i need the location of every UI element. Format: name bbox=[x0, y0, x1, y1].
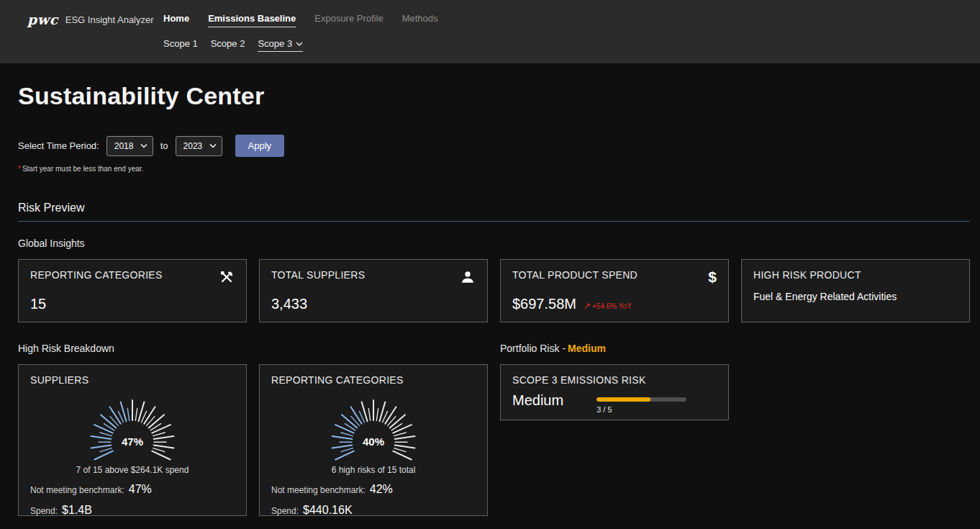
trend-text: +54.6% YoY bbox=[592, 302, 632, 310]
scope3-progress: 3 / 5 bbox=[596, 397, 686, 414]
main-nav: Home Emissions Baseline Exposure Profile… bbox=[163, 13, 438, 27]
card-title: TOTAL PRODUCT SPEND bbox=[512, 269, 638, 281]
card-value: Fuel & Energy Related Activities bbox=[753, 291, 958, 302]
nav-block: Home Emissions Baseline Exposure Profile… bbox=[163, 13, 438, 52]
card-value: 3,433 bbox=[271, 296, 476, 312]
card-title: SUPPLIERS bbox=[30, 374, 235, 386]
card-title: SCOPE 3 EMISSIONS RISK bbox=[512, 374, 717, 386]
scope3-risk-value: Medium bbox=[512, 392, 563, 409]
spend-stat: Spend: $1.4B bbox=[30, 504, 235, 517]
summary-cards-row: REPORTING CATEGORIES 15 TOTAL SUPPLIERS bbox=[18, 259, 970, 322]
validation-message: *Start year must be less than end year. bbox=[18, 165, 970, 173]
global-insights-label: Global Insights bbox=[18, 238, 970, 249]
top-nav-bar: pwc ESG Insight Analyzer Home Emissions … bbox=[0, 0, 980, 63]
breakdown-cards-row: SUPPLIERS 47% 7 of 15 above $264.1K spen… bbox=[18, 364, 970, 516]
benchmark-value: 42% bbox=[370, 483, 393, 496]
card-title: HIGH RISK PRODUCT bbox=[753, 269, 861, 281]
end-year-select-wrap: 2023 bbox=[176, 136, 222, 156]
gauge-subtitle: 7 of 15 above $264.1K spend bbox=[30, 465, 235, 475]
gauge-percent: 47% bbox=[53, 435, 212, 448]
portfolio-risk: Portfolio Risk -Medium bbox=[500, 343, 729, 354]
risk-preview-heading: Risk Preview bbox=[18, 202, 970, 222]
start-year-select-wrap: 2018 bbox=[106, 136, 153, 156]
suppliers-gauge: 47% bbox=[53, 386, 212, 465]
brand: pwc ESG Insight Analyzer bbox=[27, 12, 163, 27]
gauge-chart bbox=[294, 386, 453, 462]
scope3-progress-fill bbox=[596, 397, 650, 402]
scope-sub-nav: Scope 1 Scope 2 Scope 3 bbox=[163, 38, 438, 52]
app-title: ESG Insight Analyzer bbox=[65, 14, 154, 25]
person-icon bbox=[460, 269, 476, 287]
card-value: $697.58M bbox=[512, 296, 576, 312]
time-period-label: Select Time Period: bbox=[18, 140, 99, 151]
pwc-logo: pwc bbox=[27, 12, 58, 27]
breakdown-header-row: High Risk Breakdown Portfolio Risk -Medi… bbox=[18, 343, 970, 354]
end-year-select[interactable]: 2023 bbox=[176, 136, 222, 156]
benchmark-stat: Not meeting benchmark: 47% bbox=[30, 483, 235, 496]
yoy-trend: ↗+54.6% YoY bbox=[584, 301, 632, 311]
card-suppliers-gauge: SUPPLIERS 47% 7 of 15 above $264.1K spen… bbox=[18, 364, 247, 516]
card-total-product-spend: TOTAL PRODUCT SPEND $ $697.58M ↗+54.6% Y… bbox=[500, 259, 729, 322]
gauge-subtitle: 6 high risks of 15 total bbox=[271, 465, 476, 475]
nav-item-scope-2[interactable]: Scope 2 bbox=[211, 38, 245, 49]
nav-item-scope-1[interactable]: Scope 1 bbox=[163, 38, 198, 49]
dollar-icon: $ bbox=[708, 269, 717, 284]
nav-item-emissions-baseline[interactable]: Emissions Baseline bbox=[208, 13, 296, 27]
spend-label: Spend: bbox=[30, 506, 58, 516]
benchmark-label: Not meeting benchmark: bbox=[271, 485, 366, 495]
spend-value: $1.4B bbox=[62, 504, 92, 517]
benchmark-stat: Not meeting benchmark: 42% bbox=[271, 483, 476, 496]
portfolio-risk-label: Portfolio Risk - bbox=[500, 343, 566, 354]
high-risk-breakdown-label: High Risk Breakdown bbox=[18, 343, 488, 354]
chevron-down-icon bbox=[296, 42, 303, 47]
start-year-select[interactable]: 2018 bbox=[106, 136, 153, 156]
benchmark-label: Not meeting benchmark: bbox=[30, 485, 124, 495]
card-high-risk-product: HIGH RISK PRODUCT Fuel & Energy Related … bbox=[741, 259, 970, 322]
gauge-chart bbox=[53, 386, 212, 462]
nav-item-scope-3[interactable]: Scope 3 bbox=[258, 38, 303, 52]
tools-icon bbox=[219, 269, 235, 287]
card-title: REPORTING CATEGORIES bbox=[30, 269, 163, 281]
portfolio-risk-value: Medium bbox=[568, 343, 606, 354]
to-label: to bbox=[160, 140, 168, 151]
gauge-percent: 40% bbox=[294, 435, 453, 448]
nav-item-exposure-profile[interactable]: Exposure Profile bbox=[314, 13, 383, 24]
card-scope3-emissions-risk: SCOPE 3 EMISSIONS RISK Medium 3 / 5 bbox=[500, 364, 729, 420]
card-title: REPORTING CATEGORIES bbox=[271, 374, 476, 386]
spend-value: $440.16K bbox=[303, 504, 353, 517]
required-asterisk: * bbox=[18, 165, 21, 173]
card-reporting-categories: REPORTING CATEGORIES 15 bbox=[18, 259, 247, 322]
benchmark-value: 47% bbox=[129, 483, 152, 496]
spend-stat: Spend: $440.16K bbox=[271, 504, 476, 517]
card-total-suppliers: TOTAL SUPPLIERS 3,433 bbox=[259, 259, 488, 322]
apply-button[interactable]: Apply bbox=[235, 135, 285, 157]
card-title: TOTAL SUPPLIERS bbox=[271, 269, 365, 281]
scope3-progress-track bbox=[596, 397, 686, 402]
scope3-score-label: 3 / 5 bbox=[596, 405, 686, 414]
trend-up-icon: ↗ bbox=[584, 301, 591, 311]
scope-3-label: Scope 3 bbox=[258, 38, 292, 49]
validation-text: Start year must be less than end year. bbox=[22, 165, 143, 173]
main-content: Sustainability Center Select Time Period… bbox=[0, 82, 980, 516]
nav-item-home[interactable]: Home bbox=[163, 13, 189, 24]
spend-label: Spend: bbox=[271, 506, 299, 516]
reporting-categories-gauge: 40% bbox=[294, 386, 453, 465]
nav-item-methods[interactable]: Methods bbox=[402, 13, 438, 24]
page-title: Sustainability Center bbox=[18, 82, 970, 110]
time-period-controls: Select Time Period: 2018 to 2023 Apply bbox=[18, 135, 970, 157]
card-reporting-categories-gauge: REPORTING CATEGORIES 40% 6 high risks of… bbox=[259, 364, 488, 516]
card-value: 15 bbox=[30, 296, 235, 312]
